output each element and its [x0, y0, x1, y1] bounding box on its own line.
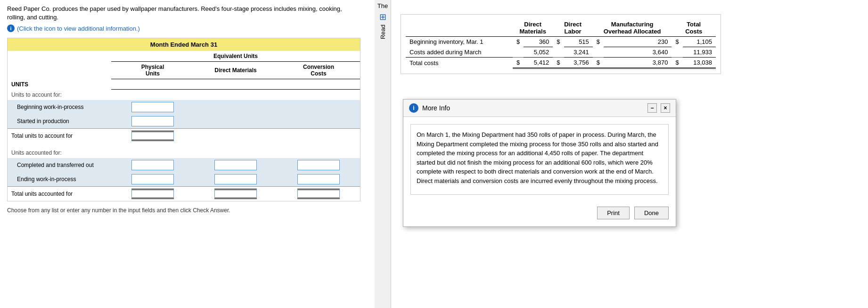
modal-controls: − × [647, 103, 670, 113]
total-account-for-label: Total units to account for [8, 128, 111, 143]
col-physical-header: PhysicalUnits [111, 62, 194, 79]
added-dm-value: 5,052 [524, 47, 553, 58]
table-row: Costs added during March 5,052 3,241 3,6… [406, 47, 716, 58]
beginning-wip-label: Beginning work-in-process [8, 100, 111, 114]
production-table-container: Month Ended March 31 Equivalent Units Ph… [7, 38, 360, 201]
modal-title-text: More Info [422, 104, 450, 112]
started-production-physical-input[interactable] [131, 116, 174, 126]
done-button[interactable]: Done [634, 207, 669, 219]
modal-minimize-button[interactable]: − [647, 103, 657, 113]
col-dl-header: DirectLabor [553, 19, 592, 37]
added-total-value: 11,933 [683, 47, 716, 58]
started-production-label: Started in production [8, 114, 111, 129]
modal-close-button[interactable]: × [661, 103, 670, 113]
added-mfg-value: 3,640 [604, 47, 671, 58]
modal-title-left: i More Info [409, 103, 450, 113]
eq-units-header: Equivalent Units [111, 51, 360, 62]
beg-dm-value: 360 [524, 37, 553, 47]
modal-text-box: On March 1, the Mixing Department had 35… [410, 124, 669, 195]
added-dl-value: 3,241 [564, 47, 593, 58]
col-dm-header: DirectMaterials [513, 19, 553, 37]
section1-label: Units to account for: [8, 90, 111, 100]
beg-mfg-dollar: $ [593, 37, 604, 47]
col-mfg-header: ManufacturingOverhead Allocated [593, 19, 672, 37]
footer-note: Choose from any list or enter any number… [7, 207, 360, 214]
completed-transferred-physical-input[interactable] [131, 160, 174, 170]
modal-body-text: On March 1, the Mixing Department had 35… [417, 130, 663, 185]
print-button[interactable]: Print [597, 207, 630, 219]
total-mfg-value: 3,870 [604, 58, 671, 68]
total-account-physical-input[interactable] [131, 131, 174, 141]
beg-dl-dollar: $ [553, 37, 564, 47]
table-row: Beginning inventory, Mar. 1 $ 360 $ 515 … [406, 37, 716, 47]
beginning-wip-physical-cell [111, 100, 194, 114]
total-dl-dollar: $ [553, 58, 564, 68]
table-title: Month Ended March 31 [8, 38, 360, 51]
beg-dm-dollar: $ [513, 37, 524, 47]
modal-titlebar: i More Info − × [403, 100, 676, 117]
beg-total-dollar: $ [671, 37, 682, 47]
total-dm-dollar: $ [513, 58, 524, 68]
total-dm-value: 5,412 [524, 58, 553, 68]
read-label: Read [379, 25, 386, 39]
table-row: Total units accounted for [8, 186, 360, 201]
completed-transferred-dm-input[interactable] [214, 160, 257, 170]
total-costs-label: Total costs [406, 58, 513, 68]
col-conversion-header: ConversionCosts [277, 62, 360, 79]
total-accounted-dm-input[interactable] [214, 189, 257, 199]
table-row: Total units to account for [8, 128, 360, 143]
ending-wip-physical-input[interactable] [131, 174, 174, 184]
table-row: Completed and transferred out [8, 158, 360, 172]
info-line[interactable]: i (Click the icon to view additional inf… [7, 25, 360, 32]
total-mfg-dollar: $ [593, 58, 604, 68]
completed-transferred-label: Completed and transferred out [8, 158, 111, 172]
costs-added-label: Costs added during March [406, 47, 513, 58]
modal-body: On March 1, the Mixing Department had 35… [403, 117, 676, 202]
cost-table: DirectMaterials DirectLabor Manufacturin… [406, 19, 716, 69]
ending-wip-conv-input[interactable] [297, 174, 340, 184]
col-total-header: TotalCosts [671, 19, 716, 37]
modal-info-icon: i [409, 103, 418, 113]
total-account-physical-cell [111, 128, 194, 143]
table-row: Beginning work-in-process [8, 100, 360, 114]
table-row: Started in production [8, 114, 360, 129]
the-label: The [377, 2, 388, 9]
modal-footer: Print Done [403, 202, 676, 226]
col-direct-materials-header: Direct Materials [194, 62, 277, 79]
table-row: Ending work-in-process [8, 172, 360, 187]
process-table: Equivalent Units PhysicalUnits Direct Ma… [8, 51, 360, 201]
total-dl-value: 3,756 [564, 58, 593, 68]
total-total-dollar: $ [671, 58, 682, 68]
units-label: UNITS [8, 79, 111, 90]
beg-mfg-value: 230 [604, 37, 671, 47]
table-row: Total costs $ 5,412 $ 3,756 $ 3,870 $ 13… [406, 58, 716, 68]
started-production-physical-cell [111, 114, 194, 129]
intro-text: Reed Paper Co. produces the paper used b… [7, 5, 360, 22]
total-accounted-for-label: Total units accounted for [8, 186, 111, 201]
total-accounted-physical-input[interactable] [131, 189, 174, 199]
ending-wip-dm-input[interactable] [214, 174, 257, 184]
total-total-value: 13,038 [683, 58, 716, 68]
section2-label: Units accounted for: [8, 148, 111, 158]
cost-table-container: DirectMaterials DirectLabor Manufacturin… [401, 14, 721, 74]
ending-wip-label: Ending work-in-process [8, 172, 111, 187]
beginning-wip-physical-input[interactable] [131, 102, 174, 112]
grid-icon[interactable]: ⊞ [379, 12, 386, 22]
beg-total-value: 1,105 [683, 37, 716, 47]
beginning-inv-label: Beginning inventory, Mar. 1 [406, 37, 513, 47]
more-info-modal: i More Info − × On March 1, the Mixing D… [403, 99, 676, 227]
beg-dl-value: 515 [564, 37, 593, 47]
left-panel: Reed Paper Co. produces the paper used b… [0, 0, 368, 308]
info-icon[interactable]: i [7, 25, 15, 32]
info-link-text[interactable]: (Click the icon to view additional infor… [17, 25, 140, 32]
completed-transferred-conv-input[interactable] [297, 160, 340, 170]
right-strip: The ⊞ Read [375, 0, 391, 308]
total-accounted-conv-input[interactable] [297, 189, 340, 199]
